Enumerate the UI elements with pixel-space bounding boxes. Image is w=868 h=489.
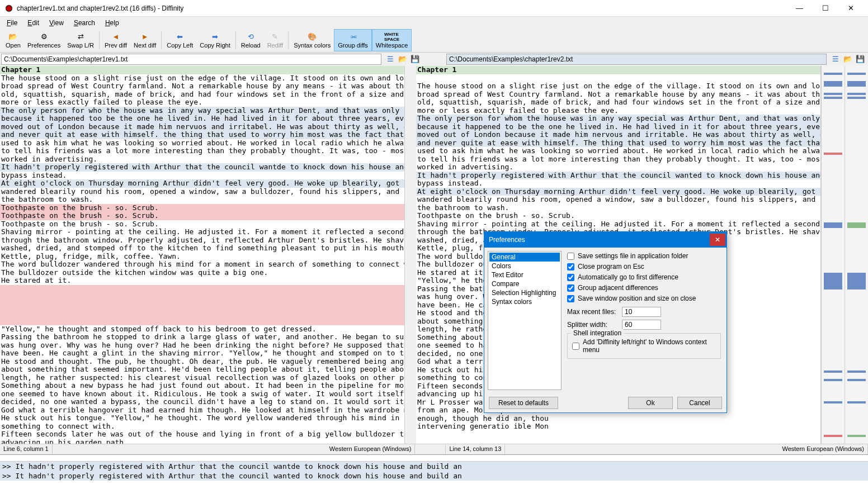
- diff-line: [416, 74, 820, 83]
- minimap-left[interactable]: [821, 66, 845, 444]
- input-splitter[interactable]: [622, 320, 661, 330]
- preferences-button[interactable]: ⚙Preferences: [24, 29, 64, 51]
- diff-line: Toothpaste on the brush - so. Scrub.: [0, 204, 404, 212]
- left-open-icon[interactable]: 📂: [398, 55, 407, 64]
- copyleft-button[interactable]: ⬅Copy Left: [163, 29, 196, 51]
- diff-line: because it happened to be the one he liv…: [416, 123, 820, 131]
- diff-line: old, squattish, squarish, made of brick,…: [416, 98, 820, 107]
- prefs-nav-selection[interactable]: Selection Highlighting: [489, 288, 560, 297]
- diff-line: moved out of London because it made him …: [416, 131, 820, 139]
- lbl-savewin: Save window position and size on close: [578, 295, 696, 302]
- diff-line: He stuck out his tongue. "Yellow," he th…: [0, 414, 404, 422]
- swap-button[interactable]: ⇄Swap L/R: [64, 29, 97, 51]
- group-shell: Shell integration Add 'Diffinity left/ri…: [567, 333, 721, 359]
- diff-line: length, he rather suspected: his cleares…: [0, 374, 404, 382]
- palette-icon: 🎨: [307, 32, 317, 41]
- right-path-input[interactable]: C:\Documents\Examples\chapter1rev2.txt: [446, 54, 827, 65]
- dialog-close-button[interactable]: ✕: [710, 234, 725, 246]
- prefs-nav: General Colors Text Editor Compare Selec…: [488, 251, 562, 390]
- diff-line: Something about a new bypass he had just…: [0, 382, 404, 390]
- preferences-dialog: Preferences ✕ General Colors Text Editor…: [484, 231, 727, 413]
- chk-savesettings[interactable]: [567, 253, 574, 260]
- diff-line: enough, though he did an, thou: [416, 415, 820, 423]
- app-icon: [4, 4, 13, 13]
- center-gutter: [405, 66, 416, 444]
- left-cursor-pos: Line 6, column 1: [0, 444, 53, 454]
- diff-line: the bathroom to wash.: [0, 196, 404, 204]
- diff-line: "Yellow," he thought and stomped off bac…: [0, 325, 404, 334]
- copyright-button[interactable]: ➡Copy Right: [196, 29, 233, 51]
- diff-line: have been. He caught a glint in the shav…: [0, 349, 404, 358]
- merge-panel[interactable]: >> It hadn't properly registered with Ar…: [0, 454, 868, 489]
- diff-line: worked in advertising.: [0, 155, 404, 164]
- window-title: chapter1rev1.txt and chapter1rev2.txt (1…: [17, 4, 787, 12]
- diff-line: broad spread of West Country farmland. N…: [416, 91, 820, 99]
- prefs-nav-texteditor[interactable]: Text Editor: [489, 270, 560, 279]
- chk-closeesc[interactable]: [567, 263, 574, 270]
- minimap-right[interactable]: [845, 66, 868, 444]
- syntax-button[interactable]: 🎨Syntax colors: [290, 29, 334, 51]
- menu-view[interactable]: View: [45, 18, 68, 28]
- right-list-icon[interactable]: ☰: [831, 55, 840, 64]
- menu-file[interactable]: File: [2, 18, 22, 28]
- diff-line: one seemed to have known about it. Ridic…: [0, 390, 404, 398]
- diff-line: and never quite at ease with himself. Th…: [416, 139, 820, 148]
- whitespace-icon: WHITESPACE: [387, 32, 397, 41]
- minimize-button[interactable]: —: [787, 1, 812, 16]
- prefs-content: Save settings file in application folder…: [565, 248, 727, 393]
- right-save-icon[interactable]: 💾: [856, 55, 865, 64]
- cancel-button[interactable]: Cancel: [677, 397, 722, 409]
- diff-line: advancing up his garden path.: [0, 439, 404, 444]
- prevdiff-button[interactable]: ◄Prev diff: [101, 29, 130, 51]
- menu-edit[interactable]: Edit: [23, 18, 44, 28]
- right-cursor-pos: Line 14, column 13: [446, 444, 505, 454]
- chk-autogoto[interactable]: [567, 274, 574, 281]
- prefs-nav-compare[interactable]: Compare: [489, 279, 560, 288]
- diff-line: The bulldozer outside the kitchen window…: [0, 269, 404, 277]
- statusbar: Line 6, column 1 Western European (Windo…: [0, 444, 868, 454]
- diff-line: The house stood on a slight rise just on…: [0, 74, 404, 83]
- diff-line: God what a terrible hangover it had earn…: [0, 406, 404, 415]
- diff-line: It hadn't properly registered with Arthu…: [0, 163, 404, 172]
- input-maxrecent[interactable]: [622, 307, 661, 317]
- path-row: C:\Documents\Examples\chapter1rev1.txt ☰…: [0, 53, 868, 66]
- groupdiffs-button[interactable]: ⫘Group diffs: [334, 29, 372, 51]
- ok-button[interactable]: Ok: [628, 397, 673, 409]
- left-encoding: Western European (Windows): [326, 444, 416, 454]
- lbl-splitter: Splitter width:: [567, 321, 619, 329]
- diff-line: decided, no one wanted a bypass, the cou…: [0, 398, 404, 406]
- menu-search[interactable]: Search: [69, 18, 100, 28]
- close-button[interactable]: ✕: [838, 1, 864, 16]
- diff-line: the bathroom to wash.: [416, 204, 820, 212]
- nextdiff-button[interactable]: ►Next diff: [130, 29, 159, 51]
- chk-savewin[interactable]: [567, 295, 574, 302]
- diff-line: He stared at it.: [0, 277, 404, 285]
- left-save-icon[interactable]: 💾: [411, 55, 419, 64]
- reload-button[interactable]: ⟲Reload: [238, 29, 264, 51]
- prefs-nav-colors[interactable]: Colors: [489, 262, 560, 270]
- rediff-button[interactable]: ✎Rediff: [264, 29, 287, 51]
- folder-icon: 📂: [8, 32, 18, 41]
- left-pane[interactable]: Chapter 1The house stood on a slight ris…: [0, 66, 405, 444]
- prefs-nav-syntax[interactable]: Syntax colors: [489, 297, 560, 306]
- menu-help[interactable]: Help: [101, 18, 124, 28]
- lbl-groupadj: Group adjacent differences: [578, 284, 658, 292]
- chk-groupadj[interactable]: [567, 284, 574, 292]
- chk-shell[interactable]: [572, 343, 579, 350]
- toolbar: 📂Open ⚙Preferences ⇄Swap L/R ◄Prev diff …: [0, 29, 868, 53]
- right-open-icon[interactable]: 📂: [843, 55, 852, 64]
- left-path-input[interactable]: C:\Documents\Examples\chapter1rev1.txt: [1, 54, 381, 65]
- arrow-to-right-icon: ➡: [210, 32, 220, 41]
- prefs-nav-general[interactable]: General: [489, 253, 560, 262]
- left-list-icon[interactable]: ☰: [386, 55, 395, 64]
- whitespace-button[interactable]: WHITESPACEWhitespace: [372, 29, 412, 51]
- open-button[interactable]: 📂Open: [2, 29, 24, 51]
- diff-line: The house stood on a slight rise just on…: [416, 82, 820, 91]
- dialog-titlebar[interactable]: Preferences ✕: [484, 232, 727, 248]
- diff-line: moved out of London because it made him …: [0, 123, 404, 131]
- diff-line: It hadn't properly registered with Arthu…: [416, 172, 820, 180]
- maximize-button[interactable]: ☐: [813, 1, 838, 16]
- diff-line: broad spread of West Country farmland. N…: [0, 82, 404, 91]
- reset-button[interactable]: Reset to defaults: [489, 397, 558, 409]
- arrow-left-icon: ◄: [111, 32, 121, 41]
